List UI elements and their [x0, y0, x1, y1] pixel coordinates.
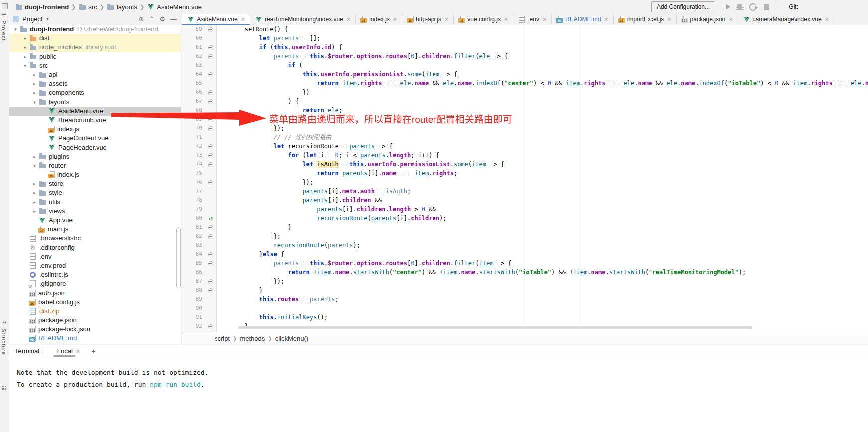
chevron-collapsed-icon[interactable]: ▸ [31, 188, 38, 197]
close-icon[interactable]: ✕ [604, 17, 608, 22]
chevron-collapsed-icon[interactable]: ▸ [31, 198, 38, 207]
editor-tab[interactable]: JSindex.js✕ [356, 14, 402, 25]
window-menu-icon[interactable] [2, 3, 8, 9]
code-line[interactable]: 88 } [182, 286, 868, 295]
tree-item[interactable]: JSindex.js [9, 125, 181, 134]
chevron-expanded-icon[interactable]: ▾ [12, 25, 19, 34]
tree-item[interactable]: ▾src [9, 61, 181, 70]
fold-marker-icon[interactable] [208, 225, 213, 230]
code-line[interactable]: 90 [182, 304, 868, 313]
code-line[interactable]: 86 return !item.name.startsWith("center"… [182, 268, 868, 277]
fold-marker-icon[interactable] [208, 324, 213, 329]
new-terminal-icon[interactable]: + [91, 347, 96, 355]
code-line[interactable]: 78 parents[i].children && [182, 196, 868, 205]
fold-marker-icon[interactable] [208, 153, 213, 158]
toolwindow-structure-button[interactable]: 7: Structure [1, 321, 7, 355]
chevron-collapsed-icon[interactable]: ▸ [31, 152, 38, 161]
profile-icon[interactable] [749, 3, 757, 11]
tree-item[interactable]: MDREADME.md [9, 334, 181, 343]
code-line[interactable]: 79 parents[i].children.length > 0 && [182, 205, 868, 214]
toolwindow-grid-icon[interactable] [2, 386, 4, 387]
fold-marker-icon[interactable] [208, 27, 213, 32]
code-line[interactable]: 84 }else { [182, 250, 868, 259]
editor-tab[interactable]: cameraManage\index.vue✕ [738, 14, 834, 25]
tree-item[interactable]: ▸assets [9, 79, 181, 88]
code-breadcrumb-item[interactable]: methods [240, 335, 265, 342]
stop-icon[interactable] [764, 4, 769, 10]
tree-item[interactable]: ⚙.editorconfig [9, 243, 181, 252]
add-configuration-button[interactable]: Add Configuration... [651, 1, 715, 12]
code-breadcrumb-item[interactable]: script [215, 335, 230, 342]
editor-tab[interactable]: MDREADME.md✕ [552, 14, 614, 25]
tree-item[interactable]: AsideMenu.vue [9, 107, 181, 116]
code-line[interactable]: 64 this.userInfo.permissionList.some(ite… [182, 70, 868, 79]
terminal-output[interactable]: Note that the development build is not o… [17, 357, 868, 432]
tree-item[interactable]: PageContent.vue [9, 134, 181, 143]
tree-item[interactable]: JSmain.js [9, 225, 181, 234]
fold-marker-icon[interactable] [208, 252, 213, 257]
fold-marker-icon[interactable] [208, 72, 213, 77]
editor-tab[interactable]: {;}package.json✕ [677, 14, 738, 25]
code-line[interactable]: 59 setRoute() { [182, 25, 868, 34]
code-line[interactable]: 81 } [182, 223, 868, 232]
editor-tab[interactable]: JSimportExcel.js✕ [614, 14, 677, 25]
tree-item[interactable]: App.vue [9, 216, 181, 225]
code-line[interactable]: 62 parents = this.$router.options.routes… [182, 52, 868, 61]
tree-item[interactable]: ▸utils [9, 198, 181, 207]
breadcrumb-item[interactable]: layouts [107, 3, 137, 11]
editor-tab[interactable]: JSvue.config.js✕ [454, 14, 513, 25]
fold-marker-icon[interactable] [208, 144, 213, 149]
locate-file-icon[interactable]: ⊕ [139, 15, 144, 24]
tree-item[interactable]: ▸store [9, 179, 181, 188]
chevron-collapsed-icon[interactable]: ▸ [31, 70, 38, 79]
code-line[interactable]: 73 for (let i = 0; i < parents.length; i… [182, 151, 868, 160]
tree-item[interactable]: .browserslistrc [9, 234, 181, 243]
collapse-all-icon[interactable]: ⌃ [149, 15, 154, 24]
tree-item[interactable]: ▾router [9, 161, 181, 170]
code-line[interactable]: 65 return item.rights === ele.name && el… [182, 79, 868, 88]
close-icon[interactable]: ✕ [504, 17, 508, 22]
code-line[interactable]: 61 if (this.userInfo.id) { [182, 43, 868, 52]
tree-item[interactable]: .env [9, 252, 181, 261]
code-line[interactable]: 85 parents = this.$router.options.routes… [182, 259, 868, 268]
tree-scrollbar[interactable] [176, 227, 181, 288]
debug-icon[interactable] [737, 4, 742, 10]
tree-item[interactable]: ▸api [9, 70, 181, 79]
breadcrumb-item[interactable]: src [78, 3, 97, 11]
fold-marker-icon[interactable] [208, 261, 213, 266]
tree-item[interactable]: ▸plugins [9, 152, 181, 161]
toolwindow-project-button[interactable]: 1: Project [1, 13, 7, 41]
tree-item[interactable]: ▸public [9, 52, 181, 61]
run-icon[interactable] [726, 4, 730, 10]
chevron-collapsed-icon[interactable]: ▸ [31, 207, 38, 216]
code-line[interactable]: 87 }); [182, 277, 868, 286]
close-icon[interactable]: ✕ [393, 17, 397, 22]
tree-item[interactable]: ▸views [9, 207, 181, 216]
code-line[interactable]: 83 recursionRoute(parents); [182, 241, 868, 250]
code-line[interactable]: 75 return parents[i].name === item.right… [182, 169, 868, 178]
tree-item[interactable]: JSbabel.config.js [9, 298, 181, 307]
horizontal-scrollbar[interactable] [238, 326, 752, 329]
close-icon[interactable]: ✕ [542, 17, 547, 22]
git-branch-widget[interactable]: Git: [789, 3, 798, 10]
chevron-expanded-icon[interactable]: ▾ [31, 161, 38, 170]
close-icon[interactable]: ✕ [76, 348, 80, 354]
code-line[interactable]: 76 }); [182, 178, 868, 187]
fold-marker-icon[interactable] [208, 279, 213, 284]
tree-item[interactable]: {;}package-lock.json [9, 325, 181, 334]
chevron-expanded-icon[interactable]: ▾ [31, 98, 38, 107]
code-line[interactable]: 72 let recursionRoute = parents => { [182, 142, 868, 151]
tree-item[interactable]: dist.zip [9, 307, 181, 316]
code-line[interactable]: 74 let isAuth = this.userInfo.permission… [182, 160, 868, 169]
fold-marker-icon[interactable] [208, 180, 213, 185]
chevron-collapsed-icon[interactable]: ▸ [21, 52, 29, 61]
fold-marker-icon[interactable] [208, 117, 213, 122]
close-icon[interactable]: ✕ [241, 17, 245, 22]
code-breadcrumb-item[interactable]: clickMenu() [275, 335, 308, 342]
editor-tab[interactable]: .env✕ [513, 14, 552, 25]
fold-marker-icon[interactable] [208, 234, 213, 239]
editor-tab[interactable]: JShttp-api.js✕ [402, 14, 454, 25]
chevron-collapsed-icon[interactable]: ▸ [31, 179, 38, 188]
code-line[interactable]: 89 this.routes = parents; [182, 295, 868, 304]
code-line[interactable]: 63 if ( [182, 61, 868, 70]
